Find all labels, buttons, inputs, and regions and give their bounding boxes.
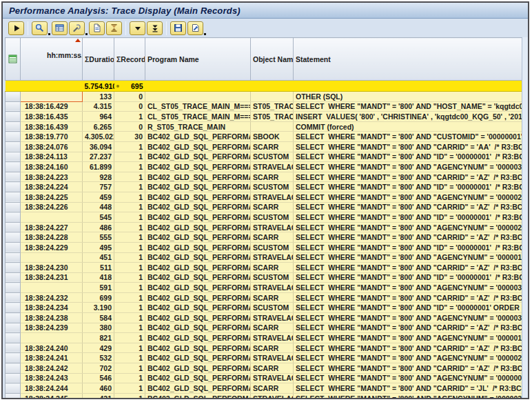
cell-statement[interactable]: SELECT WHERE "MANDT" = '800' AND "CARRID… [294, 383, 524, 394]
cell-duration[interactable]: 448 [83, 202, 114, 212]
cell-time[interactable] [21, 283, 83, 293]
cell-records[interactable]: 1 [114, 263, 145, 273]
table-row[interactable]: 821 1 BC402_GLD_SQL_PERFORMANCE STRAVELA… [6, 333, 524, 343]
cell-statement[interactable]: SELECT WHERE "MANDT" = '800' AND "CUSTOM… [294, 132, 524, 142]
cell-time[interactable]: 18:38:24.225 [21, 192, 83, 202]
cell-records[interactable]: 1 [114, 222, 145, 232]
cell-statement[interactable]: SELECT WHERE "MANDT" = '800' AND "AGENCY… [294, 192, 524, 202]
cell-statement[interactable]: SELECT WHERE "MANDT" = '800' AND "CARRID… [294, 363, 524, 374]
cell-program[interactable]: BC402_GLD_SQL_PERFORMANCE [145, 263, 251, 273]
cell-records[interactable]: 1 [114, 112, 145, 122]
cell-statement[interactable]: SELECT WHERE "MANDT" = '800' AND "AGENCY… [294, 252, 524, 263]
cell-object[interactable]: STRAVELAG [251, 252, 294, 263]
cell-object[interactable]: SCARR [251, 172, 294, 182]
cell-records[interactable]: 1 [114, 182, 145, 192]
table-row[interactable]: 18:38:19.770 4.305.021 30 BC402_GLD_SQL_… [6, 132, 524, 142]
cell-records[interactable]: 1 [114, 192, 145, 202]
cell-statement[interactable]: SELECT WHERE "MANDT" = '800' AND "ID" = … [294, 242, 524, 252]
row-selector[interactable] [6, 152, 21, 162]
cell-program[interactable]: BC402_GLD_SQL_PERFORMANCE [145, 192, 251, 202]
table-row[interactable]: 18:38:24.242 702 1 BC402_GLD_SQL_PERFORM… [6, 363, 524, 374]
table-row[interactable]: 18:38:24.239 380 1 BC402_GLD_SQL_PERFORM… [6, 323, 524, 333]
cell-object[interactable]: SCUSTOM [251, 303, 294, 313]
cell-records[interactable]: 0 [114, 121, 145, 132]
cell-records[interactable]: 1 [114, 272, 145, 283]
cell-statement[interactable]: OTHER (SQL) [294, 92, 524, 102]
cell-program[interactable]: BC402_GLD_SQL_PERFORMANCE [145, 303, 251, 313]
cell-object[interactable]: STRAVELAG [251, 283, 294, 293]
table-row[interactable]: 451 1 BC402_GLD_SQL_PERFORMANCE STRAVELA… [6, 252, 524, 263]
cell-time[interactable]: 18:38:24.238 [21, 313, 83, 323]
row-selector[interactable] [6, 212, 21, 223]
cell-time[interactable]: 18:38:24.076 [21, 141, 83, 152]
cell-statement[interactable]: SELECT WHERE "MANDT" = '800' AND "ID" = … [294, 152, 524, 162]
cell-time[interactable]: 18:38:24.228 [21, 232, 83, 243]
cell-statement[interactable]: SELECT WHERE "MANDT" = '800' AND "CARRID… [294, 263, 524, 273]
cell-object[interactable]: STRAVELAG [251, 162, 294, 172]
cell-program[interactable]: BC402_GLD_SQL_PERFORMANCE [145, 232, 251, 243]
table-row[interactable]: 18:38:24.230 511 1 BC402_GLD_SQL_PERFORM… [6, 263, 524, 273]
row-selector[interactable] [6, 222, 21, 232]
cell-records[interactable]: 1 [114, 393, 145, 399]
execute-button[interactable] [8, 21, 24, 35]
cell-program[interactable]: BC402_GLD_SQL_PERFORMANCE [145, 162, 251, 172]
row-selector[interactable] [6, 132, 21, 142]
cell-statement[interactable]: SELECT WHERE "MANDT" = '800' AND "AGENCY… [294, 162, 524, 172]
cell-program[interactable]: BC402_GLD_SQL_PERFORMANCE [145, 182, 251, 192]
cell-time[interactable] [21, 333, 83, 343]
cell-object[interactable]: SCARR [251, 263, 294, 273]
aggregated-view-button[interactable] [52, 21, 68, 35]
row-selector[interactable] [6, 323, 21, 333]
display-details-button[interactable] [32, 21, 48, 35]
cell-program[interactable]: BC402_GLD_SQL_PERFORMANCE [145, 292, 251, 303]
cell-object[interactable] [251, 121, 294, 132]
dropdown-dot[interactable] [48, 33, 50, 35]
cell-object[interactable]: SCUSTOM [251, 212, 294, 223]
cell-time[interactable]: 18:38:24.160 [21, 162, 83, 172]
cell-time[interactable]: 18:38:24.223 [21, 172, 83, 182]
corner-select-all-cell[interactable] [6, 38, 21, 81]
cell-time[interactable]: 18:38:24.231 [21, 272, 83, 283]
cell-object[interactable]: SCARR [251, 323, 294, 333]
cell-object[interactable]: SCARR [251, 232, 294, 243]
table-row[interactable]: 18:38:24.227 486 1 BC402_GLD_SQL_PERFORM… [6, 222, 524, 232]
cell-program[interactable]: BC402_GLD_SQL_PERFORMANCE [145, 323, 251, 333]
cell-duration[interactable]: 3.190 [83, 303, 114, 313]
cell-program[interactable]: BC402_GLD_SQL_PERFORMANCE [145, 152, 251, 162]
cell-records[interactable]: 1 [114, 202, 145, 212]
cell-program[interactable]: BC402_GLD_SQL_PERFORMANCE [145, 363, 251, 374]
table-row[interactable]: 18:38:24.245 421 1 BC402_GLD_SQL_PERFORM… [6, 393, 524, 399]
table-row[interactable]: 18:38:24.226 448 1 BC402_GLD_SQL_PERFORM… [6, 202, 524, 212]
cell-records[interactable]: 1 [114, 283, 145, 293]
cell-records[interactable]: 1 [114, 232, 145, 243]
table-row[interactable]: 133 0 OTHER (SQL) [6, 92, 524, 102]
cell-time[interactable]: 18:38:24.113 [21, 152, 83, 162]
cell-object[interactable]: SCUSTOM [251, 152, 294, 162]
column-header-records[interactable]: ΣRecords [114, 38, 145, 81]
cell-program[interactable]: BC402_GLD_SQL_PERFORMANCE [145, 222, 251, 232]
cell-duration[interactable]: 545 [83, 212, 114, 223]
cell-program[interactable]: BC402_GLD_SQL_PERFORMANCE [145, 172, 251, 182]
cell-duration[interactable]: 821 [83, 333, 114, 343]
cell-object[interactable]: SCARR [251, 141, 294, 152]
scroll-down-button[interactable] [130, 21, 145, 35]
cell-records[interactable]: 1 [114, 212, 145, 223]
cell-records[interactable]: 1 [114, 363, 145, 374]
cell-time[interactable]: 18:38:24.226 [21, 202, 83, 212]
cell-program[interactable]: BC402_GLD_SQL_PERFORMANCE [145, 212, 251, 223]
cell-object[interactable]: STRAVELAG [251, 333, 294, 343]
row-selector[interactable] [6, 242, 21, 252]
cell-statement[interactable]: SELECT WHERE "MANDT" = '800' AND "AGENCY… [294, 283, 524, 293]
cell-program[interactable]: BC402_GLD_SQL_PERFORMANCE [145, 373, 251, 383]
cell-duration[interactable]: 757 [83, 182, 114, 192]
cell-object[interactable]: ST05_TRACE [251, 101, 294, 112]
row-selector[interactable] [6, 252, 21, 263]
cell-records[interactable]: 1 [114, 373, 145, 383]
cell-records[interactable]: 1 [114, 313, 145, 323]
table-row[interactable]: 18:38:16.439 6.265 0 R_ST05_TRACE_MAIN C… [6, 121, 524, 132]
cell-statement[interactable]: SELECT WHERE "MANDT" = '800' AND "CARRID… [294, 323, 524, 333]
cell-records[interactable]: 1 [114, 383, 145, 394]
cell-statement[interactable]: SELECT WHERE "MANDT" = '800' AND "CARRID… [294, 202, 524, 212]
cell-time[interactable]: 18:38:24.229 [21, 242, 83, 252]
cell-object[interactable]: STRAVELAG [251, 393, 294, 399]
